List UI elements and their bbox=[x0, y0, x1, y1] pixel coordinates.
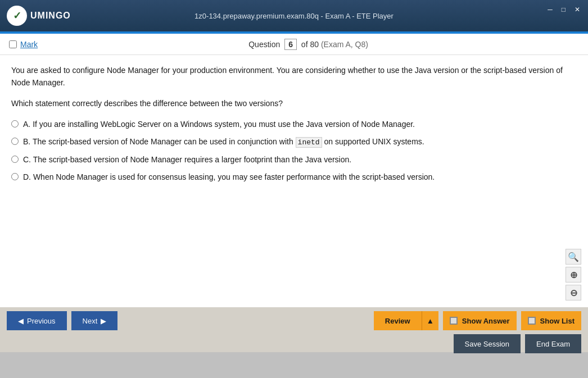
options-list: A. If you are installing WebLogic Server… bbox=[11, 119, 577, 183]
next-button[interactable]: Next ▶ bbox=[71, 311, 118, 330]
review-dropdown-icon: ▲ bbox=[427, 317, 434, 325]
question-stem: Which statement correctly describes the … bbox=[11, 97, 577, 110]
option-label-b[interactable]: B. The script-based version of Node Mana… bbox=[23, 136, 424, 148]
option-letter-d: D. bbox=[23, 172, 33, 181]
option-letter-a: A. bbox=[23, 120, 33, 129]
option-radio-c[interactable] bbox=[11, 156, 19, 163]
question-number: 6 bbox=[284, 39, 297, 50]
question-info: Question 6 of 80 (Exam A, Q8) bbox=[248, 39, 368, 50]
option-radio-b[interactable] bbox=[11, 138, 19, 145]
save-session-button[interactable]: Save Session bbox=[454, 334, 521, 353]
show-answer-button[interactable]: Show Answer bbox=[443, 311, 517, 330]
restore-button[interactable]: □ bbox=[558, 4, 569, 15]
review-button[interactable]: Review bbox=[374, 311, 422, 330]
option-letter-c: C. bbox=[23, 155, 33, 164]
option-letter-b: B. bbox=[23, 137, 33, 146]
bottom-toolbar: ◀ Previous Next ▶ Review ▲ Show Answer S… bbox=[0, 307, 588, 352]
zoom-controls: 🔍 ⊕ ⊖ bbox=[566, 249, 581, 300]
review-dropdown-button[interactable]: ▲ bbox=[422, 311, 438, 330]
option-text-d: When Node Manager is used for consensus … bbox=[33, 172, 435, 181]
option-code-b: inetd bbox=[296, 137, 322, 148]
logo-icon: ✓ bbox=[7, 6, 27, 26]
show-answer-checkbox-icon bbox=[450, 317, 458, 325]
mark-label[interactable]: Mark bbox=[20, 40, 38, 49]
option-text-a: If you are installing WebLogic Server on… bbox=[33, 120, 415, 129]
question-header: Mark Question 6 of 80 (Exam A, Q8) bbox=[0, 34, 588, 55]
option-radio-d[interactable] bbox=[11, 173, 19, 180]
option-item-b: B. The script-based version of Node Mana… bbox=[11, 136, 577, 148]
show-list-checkbox-icon bbox=[528, 317, 536, 325]
review-group: Review ▲ bbox=[374, 311, 438, 330]
option-label-c[interactable]: C. The script-based version of Node Mana… bbox=[23, 154, 351, 166]
toolbar-row1: ◀ Previous Next ▶ Review ▲ Show Answer S… bbox=[0, 307, 588, 334]
option-text-b-before: The script-based version of Node Manager… bbox=[33, 137, 296, 146]
option-radio-a[interactable] bbox=[11, 120, 19, 127]
zoom-in-button[interactable]: ⊕ bbox=[566, 267, 581, 283]
next-label: Next bbox=[83, 317, 98, 325]
minimize-button[interactable]: ─ bbox=[544, 4, 556, 15]
show-answer-label: Show Answer bbox=[462, 317, 510, 325]
option-item-a: A. If you are installing WebLogic Server… bbox=[11, 119, 577, 130]
content-area: You are asked to configure Node Manager … bbox=[0, 55, 588, 307]
show-list-label: Show List bbox=[540, 317, 575, 325]
option-item-d: D. When Node Manager is used for consens… bbox=[11, 171, 577, 183]
option-item-c: C. The script-based version of Node Mana… bbox=[11, 154, 577, 166]
logo-area: ✓ UMINGO bbox=[7, 6, 71, 26]
option-label-a[interactable]: A. If you are installing WebLogic Server… bbox=[23, 119, 415, 130]
next-chevron-icon: ▶ bbox=[101, 317, 106, 325]
search-zoom-button[interactable]: 🔍 bbox=[566, 249, 581, 265]
option-text-b-after: on supported UNIX systems. bbox=[322, 137, 424, 146]
toolbar-row2: Save Session End Exam bbox=[0, 334, 588, 358]
question-body: You are asked to configure Node Manager … bbox=[11, 64, 577, 89]
exam-info: (Exam A, Q8) bbox=[321, 40, 368, 49]
question-label: Question bbox=[248, 40, 280, 49]
of-label: of 80 bbox=[301, 40, 319, 49]
previous-button[interactable]: ◀ Previous bbox=[7, 311, 67, 330]
option-text-c: The script-based version of Node Manager… bbox=[33, 155, 352, 164]
show-list-button[interactable]: Show List bbox=[521, 311, 581, 330]
window-title: 1z0-134.prepaway.premium.exam.80q - Exam… bbox=[195, 12, 393, 20]
close-button[interactable]: ✕ bbox=[571, 4, 584, 15]
mark-checkbox[interactable] bbox=[9, 40, 17, 48]
title-bar: ✓ UMINGO 1z0-134.prepaway.premium.exam.8… bbox=[0, 0, 588, 31]
option-label-d[interactable]: D. When Node Manager is used for consens… bbox=[23, 171, 435, 183]
prev-chevron-icon: ◀ bbox=[18, 317, 24, 325]
window-controls: ─ □ ✕ bbox=[544, 4, 584, 15]
logo-text: UMINGO bbox=[30, 11, 71, 21]
zoom-out-button[interactable]: ⊖ bbox=[566, 285, 581, 300]
checkmark-icon: ✓ bbox=[13, 10, 21, 22]
end-exam-button[interactable]: End Exam bbox=[525, 334, 581, 353]
mark-area: Mark bbox=[9, 40, 38, 49]
previous-label: Previous bbox=[27, 317, 56, 325]
